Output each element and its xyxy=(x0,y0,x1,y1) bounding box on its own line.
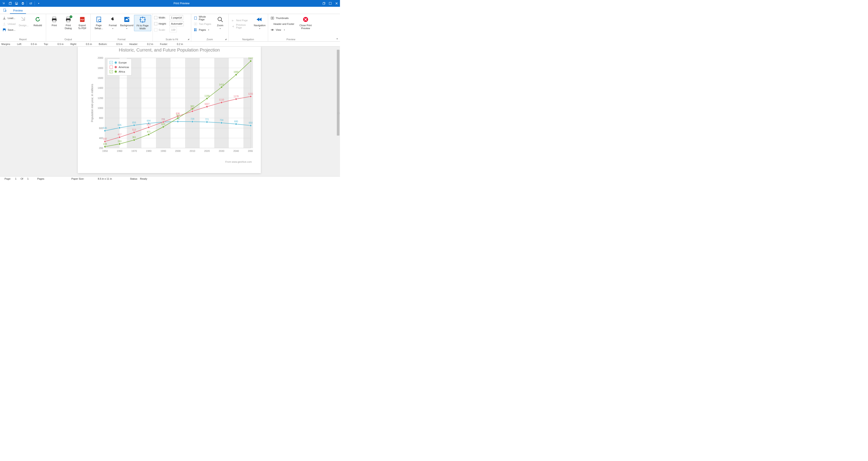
qat-customize-icon[interactable]: ▾ xyxy=(36,1,41,6)
chart-source: From www.geohive.com xyxy=(225,160,252,163)
close-print-preview-button[interactable]: Close PrintPreview xyxy=(299,15,312,31)
svg-rect-6 xyxy=(323,3,324,4)
svg-text:1400: 1400 xyxy=(98,87,103,89)
svg-text:1665: 1665 xyxy=(234,71,239,73)
ribbon-group-output: Print ? Print Dialog PDF ExportTo PDF Ou… xyxy=(46,14,91,41)
background-button[interactable]: Background▾ xyxy=(120,15,133,31)
scrollbar-thumb[interactable] xyxy=(337,50,340,135)
scale-checkbox-icon xyxy=(154,28,157,31)
scale-width-row[interactable]: Width: 1 page(s)▾ xyxy=(154,15,183,20)
svg-text:680: 680 xyxy=(234,120,238,123)
thumbnails-button[interactable]: Thumbnails xyxy=(270,16,298,21)
svg-rect-41 xyxy=(243,58,253,148)
svg-text:471: 471 xyxy=(147,131,151,133)
print-button[interactable]: Print xyxy=(48,15,61,28)
ribbon: Load... Unload Save... Design... Rebuild… xyxy=(0,14,340,41)
height-field[interactable]: Automatic▾ xyxy=(169,21,184,26)
statusbar: Page:1 Of1 Pages Paper Size:8.5 in x 11 … xyxy=(0,176,340,181)
print-dialog-button[interactable]: ? Print Dialog xyxy=(61,15,75,31)
svg-text:704: 704 xyxy=(220,119,223,121)
svg-text:361: 361 xyxy=(132,136,136,139)
height-checkbox-icon[interactable] xyxy=(154,22,157,25)
svg-point-95 xyxy=(250,124,252,126)
svg-point-99 xyxy=(119,136,121,138)
navigation-button[interactable]: Navigation▾ xyxy=(253,15,267,31)
width-field[interactable]: 1 page(s)▾ xyxy=(169,15,183,20)
svg-text:1600: 1600 xyxy=(98,76,103,79)
page-setup-button[interactable]: PageSetup... xyxy=(92,15,105,31)
maximize-icon[interactable] xyxy=(328,1,332,5)
group-label-output: Output xyxy=(48,37,89,41)
svg-text:2020: 2020 xyxy=(204,150,210,152)
qat-print-icon[interactable] xyxy=(20,1,25,6)
qat-open-icon[interactable] xyxy=(8,1,13,6)
group-label-preview: Preview xyxy=(270,37,312,41)
svg-point-111 xyxy=(206,106,208,107)
qat-quickprint-icon[interactable] xyxy=(28,1,33,6)
zoom-button[interactable]: Zoom▾ xyxy=(213,15,227,31)
svg-point-105 xyxy=(162,121,164,123)
two-pages-button: Two Pages xyxy=(193,21,213,27)
export-pdf-button[interactable]: PDF ExportTo PDF xyxy=(75,15,89,31)
tab-preview[interactable]: Preview xyxy=(10,8,26,14)
svg-text:1231: 1231 xyxy=(248,92,253,95)
group-label-scale: Scale to Fit xyxy=(154,37,190,41)
design-button: Design... xyxy=(17,15,31,28)
svg-text:1990: 1990 xyxy=(160,150,166,152)
close-icon[interactable] xyxy=(335,1,339,5)
restore-down-icon[interactable] xyxy=(322,1,326,5)
svg-text:614: 614 xyxy=(147,123,151,126)
quick-access-toolbar: ▾ xyxy=(1,1,41,6)
header-footer-button[interactable]: Header and Footer xyxy=(270,21,298,27)
svg-rect-29 xyxy=(194,30,195,31)
svg-point-87 xyxy=(191,121,193,122)
legend-item-africa[interactable]: ✓Africa xyxy=(110,69,129,74)
svg-rect-16 xyxy=(67,20,70,22)
ribbon-tabstrip: Preview xyxy=(0,7,340,14)
vertical-scrollbar[interactable]: ⋮⋮ xyxy=(336,47,340,176)
qat-pin-icon[interactable] xyxy=(1,1,6,6)
zoom-dialog-launcher-icon[interactable]: ◢ xyxy=(225,38,228,41)
svg-text:797: 797 xyxy=(176,114,180,117)
scale-dialog-launcher-icon[interactable]: ◢ xyxy=(188,38,190,41)
print-preview-tab-icon[interactable] xyxy=(2,7,8,13)
svg-rect-27 xyxy=(194,28,195,30)
qat-save-icon[interactable] xyxy=(14,1,19,6)
svg-text:2000: 2000 xyxy=(175,150,181,152)
svg-point-131 xyxy=(191,108,193,110)
svg-text:1027: 1027 xyxy=(204,103,210,105)
legend-item-americas[interactable]: Americas xyxy=(110,65,129,69)
fit-to-page-width-button[interactable]: Fit to PageWidth xyxy=(134,15,151,31)
scale-height-row[interactable]: Height: Automatic▾ xyxy=(154,21,184,26)
group-label-navigation: Navigation xyxy=(230,37,267,41)
svg-point-109 xyxy=(191,110,193,112)
svg-rect-4 xyxy=(22,4,24,4)
svg-text:1110: 1110 xyxy=(219,98,224,101)
scale-scale-row: Scale: 100▴▾ xyxy=(154,27,177,33)
svg-text:546: 546 xyxy=(103,127,107,129)
svg-point-93 xyxy=(235,123,237,125)
view-button[interactable]: View ▾ xyxy=(270,27,298,33)
collapse-ribbon-icon[interactable]: ▾ xyxy=(337,37,338,40)
save-button[interactable]: Save... xyxy=(1,27,17,33)
svg-point-113 xyxy=(221,101,222,103)
whole-page-button[interactable]: Whole Page xyxy=(193,16,213,21)
format-button[interactable]: Format▾ xyxy=(106,15,120,31)
legend-item-europe[interactable]: ✓Europe xyxy=(110,60,129,65)
rebuild-button[interactable]: Rebuild xyxy=(31,15,44,28)
svg-point-34 xyxy=(272,29,273,30)
svg-point-117 xyxy=(250,96,252,97)
preview-canvas[interactable]: Historic, Current, and Future Population… xyxy=(0,47,340,176)
svg-text:513: 513 xyxy=(132,129,136,131)
svg-point-21 xyxy=(112,19,114,20)
svg-text:PDF: PDF xyxy=(81,19,84,21)
width-checkbox-icon[interactable] xyxy=(154,16,157,19)
load-button[interactable]: Load... xyxy=(1,16,17,21)
preview-page: Historic, Current, and Future Population… xyxy=(78,47,261,173)
svg-rect-38 xyxy=(156,58,170,148)
ribbon-group-zoom: Whole Page Two Pages Pages ▾ Zoom▾ Zoom … xyxy=(191,14,228,41)
pages-button[interactable]: Pages ▾ xyxy=(193,27,213,33)
svg-point-77 xyxy=(119,127,121,129)
svg-text:1800: 1800 xyxy=(98,67,103,69)
svg-text:400: 400 xyxy=(99,137,103,140)
